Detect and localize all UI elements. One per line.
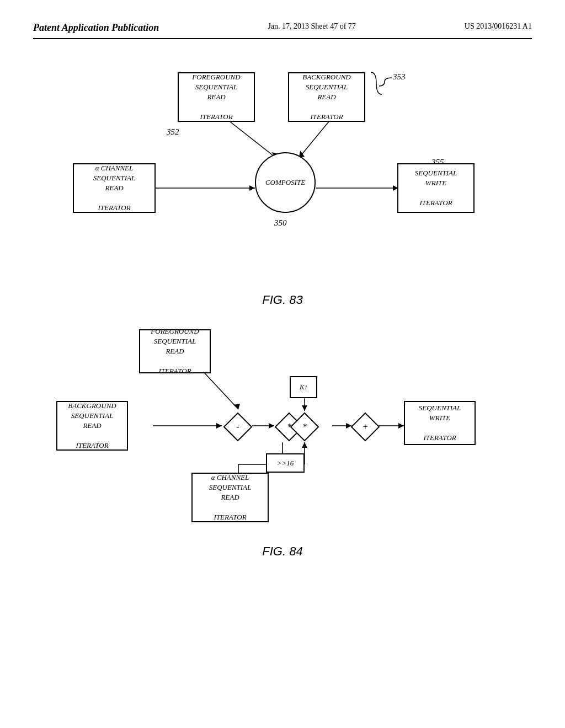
k1-box: K1 [290,376,317,398]
patent-number: US 2013/0016231 A1 [465,22,532,31]
composite-circle: COMPOSITE [255,152,316,213]
brace-353 [376,75,398,89]
label-352: 352 [167,127,179,137]
fg-box-84: FOREGROUNDSEQUENTIALREADITERATOR [139,329,211,373]
bg-box-84: BACKGROUNDSEQUENTIALREADITERATOR [56,401,128,451]
svg-text:+: + [363,422,369,431]
fig83-diagram: 352 351 353 355 350 FOREGROUNDSEQUENTIAL… [45,56,520,287]
fig84-section: FOREGROUNDSEQUENTIALREADITERATOR BACKGRO… [33,324,532,559]
seq-write-84: SEQUENTIALWRITEITERATOR [404,401,476,445]
sequential-write-box: SEQUENTIALWRITEITERATOR [397,163,475,213]
svg-text:-: - [236,422,239,431]
alpha-box-84: α CHANNELSEQUENTIALREADITERATOR [191,473,269,522]
svg-marker-15 [302,405,307,411]
svg-marker-5 [249,185,255,191]
mult2-diamond: * [290,412,320,445]
svg-marker-22 [398,423,404,429]
svg-marker-11 [216,423,222,429]
publication-label: Patent Application Publication [33,22,159,34]
fig83-label: FIG. 83 [33,293,532,307]
page: Patent Application Publication Jan. 17, … [0,0,565,728]
fig84-label: FIG. 84 [33,544,532,559]
label-350: 350 [274,218,287,228]
page-header: Patent Application Publication Jan. 17, … [33,22,532,39]
alpha-box: α CHANNELSEQUENTIALREADITERATOR [73,163,156,213]
fig84-diagram: FOREGROUNDSEQUENTIALREADITERATOR BACKGRO… [45,324,520,539]
svg-line-8 [200,368,238,409]
minus-diamond: - [223,412,253,445]
shift-box: >>16 [266,453,305,473]
background-box: BACKGROUNDSEQUENTIALREADITERATOR [288,72,365,122]
foreground-box: FOREGROUNDSEQUENTIALREADITERATOR [178,72,255,122]
svg-marker-13 [269,423,274,429]
svg-text:*: * [302,422,307,431]
svg-marker-9 [233,404,240,409]
sheet-info: Jan. 17, 2013 Sheet 47 of 77 [268,22,355,31]
fig83-section: 352 351 353 355 350 FOREGROUNDSEQUENTIAL… [33,56,532,307]
plus-diamond: + [350,412,381,445]
